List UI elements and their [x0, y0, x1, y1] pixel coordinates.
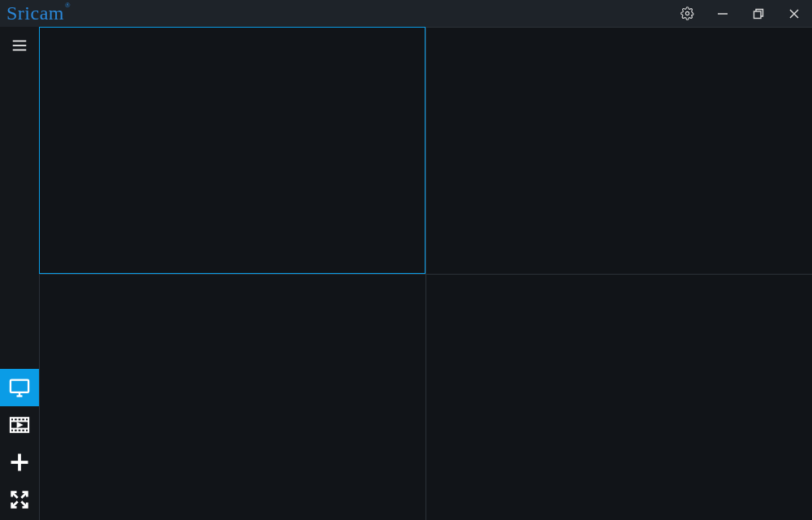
gear-icon — [680, 6, 694, 20]
svg-rect-8 — [11, 380, 28, 392]
app-name-text: Sricam — [6, 2, 64, 24]
monitor-icon — [8, 376, 31, 399]
sidebar-top — [0, 27, 39, 64]
settings-button[interactable] — [669, 0, 705, 27]
workspace — [0, 27, 812, 520]
svg-point-0 — [685, 11, 689, 15]
minimize-button[interactable] — [705, 0, 741, 27]
close-button[interactable] — [776, 0, 812, 27]
maximize-button[interactable] — [741, 0, 776, 27]
app-logo: Sricam® — [6, 2, 64, 24]
sidebar-item-live-view[interactable] — [0, 369, 39, 406]
video-pane-1[interactable] — [39, 27, 425, 274]
trademark-symbol: ® — [65, 1, 71, 9]
close-icon — [788, 8, 800, 20]
video-pane-2[interactable] — [425, 27, 812, 274]
sidebar-item-fullscreen[interactable] — [0, 481, 39, 518]
video-pane-4[interactable] — [425, 274, 812, 521]
video-grid — [39, 27, 812, 520]
window-controls — [669, 0, 812, 27]
expand-icon — [8, 488, 31, 511]
title-bar: Sricam® — [0, 0, 812, 27]
menu-toggle-button[interactable] — [0, 27, 39, 64]
svg-rect-2 — [754, 11, 762, 19]
minimize-icon — [717, 8, 728, 20]
svg-marker-22 — [18, 423, 22, 427]
sidebar — [0, 27, 39, 520]
hamburger-icon — [11, 37, 28, 54]
film-play-icon — [8, 414, 31, 436]
sidebar-item-playback[interactable] — [0, 406, 39, 444]
restore-icon — [753, 8, 764, 20]
plus-icon — [8, 451, 31, 474]
video-pane-3[interactable] — [39, 274, 425, 521]
sidebar-bottom — [0, 369, 39, 518]
sidebar-item-add-device[interactable] — [0, 444, 39, 481]
